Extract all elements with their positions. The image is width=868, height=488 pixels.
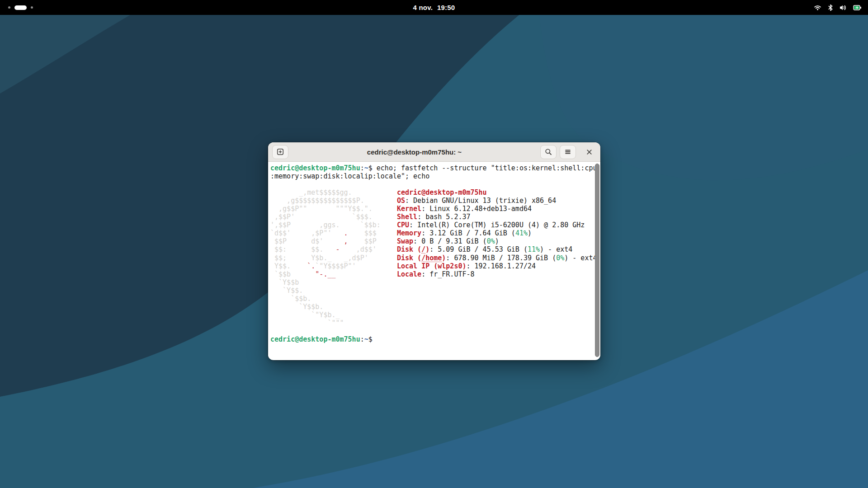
terminal-window: cedric@desktop-m0m75hu: ~ xyxy=(268,142,600,360)
terminal-line xyxy=(270,180,600,188)
new-tab-icon xyxy=(277,148,284,155)
workspace-dot[interactable] xyxy=(8,6,10,9)
system-status-area[interactable] xyxy=(814,0,862,15)
terminal-line: cedric@desktop-m0m75hu:~$ echo; fastfetc… xyxy=(270,164,600,172)
terminal-line: ,$$P' `$$$. Shell: bash 5.2.37 xyxy=(270,213,600,221)
hamburger-menu-icon xyxy=(564,148,571,155)
terminal-line: $$; Y$b._ _,d$P' Disk (/home): 678.90 Mi… xyxy=(270,254,600,262)
volume-icon xyxy=(840,4,847,11)
terminal-line: `Y$$. xyxy=(270,286,600,295)
terminal-line: `Y$$b xyxy=(270,278,600,286)
terminal-line: `Y$$b. xyxy=(270,303,600,311)
search-icon xyxy=(545,148,552,155)
terminal-output[interactable]: cedric@desktop-m0m75hu:~$ echo; fastfetc… xyxy=(268,162,600,360)
terminal-line: ,g$$P"" """Y$$.". Kernel: Linux 6.12.48+… xyxy=(270,205,600,213)
terminal-line: `""" xyxy=(270,319,600,327)
clock[interactable]: 4 nov. 19:50 xyxy=(0,0,868,15)
search-button[interactable] xyxy=(540,145,557,159)
workspace-indicator[interactable] xyxy=(8,0,33,15)
close-button[interactable] xyxy=(582,145,596,159)
menu-button[interactable] xyxy=(560,145,576,159)
terminal-scrollbar[interactable] xyxy=(595,164,599,357)
terminal-line: `$$b. xyxy=(270,295,600,303)
terminal-line: `$$b "-.__ Locale: fr_FR.UTF-8 xyxy=(270,270,600,278)
clock-time: 19:50 xyxy=(437,4,455,11)
terminal-line: Y$$. `.`"Y$$$$P"' Local IP (wlp2s0): 192… xyxy=(270,262,600,270)
headerbar[interactable]: cedric@desktop-m0m75hu: ~ xyxy=(268,142,600,162)
terminal-line xyxy=(270,327,600,335)
terminal-line: $$: $$. - ,d$$' Disk (/): 5.09 GiB / 45.… xyxy=(270,245,600,253)
terminal-line: `d$$' ,$P"' . $$$ Memory: 3.12 GiB / 7.6… xyxy=(270,229,600,237)
workspace-dot[interactable] xyxy=(31,6,33,9)
terminal-line: cedric@desktop-m0m75hu:~$ xyxy=(270,335,600,343)
window-title: cedric@desktop-m0m75hu: ~ xyxy=(288,148,540,156)
clock-date: 4 nov. xyxy=(413,4,433,11)
top-bar: 4 nov. 19:50 xyxy=(0,0,868,15)
terminal-line: `"Y$b._ xyxy=(270,311,600,319)
workspace-pill-active[interactable] xyxy=(14,5,27,10)
terminal-line: ',$$P ,ggs. `$$b: CPU: Intel(R) Core(TM)… xyxy=(270,221,600,229)
terminal-line: $$P d$' , $$P Swap: 0 B / 9.31 GiB (0%) xyxy=(270,237,600,245)
bluetooth-icon xyxy=(828,4,833,11)
terminal-line: :memory:swap:disk:localip:locale"; echo xyxy=(270,172,600,180)
wifi-icon xyxy=(814,4,821,11)
terminal-line: _,met$$$$$gg. cedric@desktop-m0m75hu xyxy=(270,188,600,197)
new-tab-button[interactable] xyxy=(272,145,288,159)
close-icon xyxy=(586,149,592,155)
battery-charging-icon xyxy=(853,4,862,11)
terminal-line: ,g$$$$$$$$$$$$$$$P. OS: Debian GNU/Linux… xyxy=(270,197,600,205)
